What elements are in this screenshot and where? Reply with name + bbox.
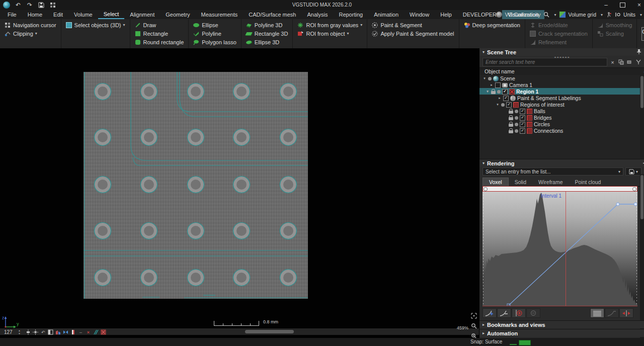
slice-viewport[interactable]: 0.8 mm z y 127 ▲▼ ↶ – × 459% <box>0 48 479 338</box>
slice-number[interactable]: 127 <box>4 329 13 335</box>
brightness-icon[interactable] <box>33 329 38 335</box>
rendering-collapse-icon[interactable]: ▾ <box>482 161 485 165</box>
tree-row-camera[interactable]: ▸ Camera 1 <box>479 81 640 88</box>
range-handle-right[interactable] <box>632 187 636 191</box>
menu-select[interactable]: Select <box>98 10 125 19</box>
ellipse-button[interactable]: Ellipse <box>193 21 236 29</box>
camera-checkbox[interactable] <box>495 82 501 88</box>
rendering-header[interactable]: ▾ Rendering <box>479 159 644 167</box>
balls-checkbox[interactable]: ✓ <box>520 109 525 114</box>
search-input[interactable] <box>482 58 607 66</box>
region-checkbox[interactable]: ✓ <box>502 89 508 95</box>
rendering-scrollbar-thumb[interactable] <box>640 175 643 219</box>
histogram-range-slider[interactable] <box>482 186 637 192</box>
refinement-button[interactable]: Refinement <box>530 38 588 46</box>
add-curve-point-button[interactable] <box>482 308 497 318</box>
histogram-split-icon[interactable] <box>55 329 61 335</box>
search-icon[interactable] <box>543 12 550 18</box>
maximize-button[interactable] <box>620 3 625 8</box>
bookmarks-expand-icon[interactable]: ▸ <box>482 322 485 327</box>
select-objects-3d-button[interactable]: Select objects (3D) ▾ <box>66 21 125 29</box>
menu-home[interactable]: Home <box>22 10 48 19</box>
clear-search-icon[interactable]: × <box>609 59 616 65</box>
tab-point-cloud[interactable]: Point cloud <box>569 178 607 186</box>
add-interval-button[interactable] <box>512 308 526 318</box>
menu-edit[interactable]: Edit <box>48 10 68 19</box>
scene-tree-collapse-icon[interactable]: ▾ <box>482 50 485 54</box>
search-caret-icon[interactable]: ▾ <box>554 13 556 17</box>
tab-wireframe[interactable]: Wireframe <box>532 178 569 186</box>
visibility-dot-icon[interactable] <box>488 77 492 80</box>
operations-button[interactable]: Operations ▾ <box>641 27 644 41</box>
units-label[interactable]: Units <box>623 12 635 18</box>
object-name-column-header[interactable]: Object name ▴ <box>479 67 644 75</box>
vg-community-label[interactable]: VG Community <box>505 12 540 18</box>
tree-row-scene[interactable]: ▾ Scene <box>479 75 640 81</box>
menu-alignment[interactable]: Alignment <box>124 10 160 19</box>
zoom-cursor-icon[interactable] <box>471 322 477 331</box>
units-icon[interactable] <box>614 12 621 18</box>
ct-slice-image[interactable] <box>84 72 308 299</box>
horizontal-scrollbar-thumb[interactable] <box>245 330 294 333</box>
walkthrough-icon[interactable] <box>605 12 612 18</box>
expander-icon[interactable]: ▾ <box>482 76 487 80</box>
menu-file[interactable]: File <box>2 10 22 19</box>
menu-volume[interactable]: Volume <box>68 10 98 19</box>
menu-measurements[interactable]: Measurements <box>196 10 244 19</box>
roi-group-checkbox[interactable]: ✓ <box>506 102 512 108</box>
expander-icon[interactable]: ▸ <box>498 96 502 100</box>
lock-icon[interactable] <box>509 115 513 120</box>
crack-segmentation-button[interactable]: Crack segmentation <box>530 30 588 37</box>
fit-view-icon[interactable] <box>471 312 477 321</box>
tree-row-circles[interactable]: ✓ Circles <box>479 121 640 127</box>
remove-interval-button[interactable] <box>526 308 540 318</box>
lock-icon[interactable] <box>509 128 513 133</box>
lock-icon[interactable] <box>509 109 513 114</box>
clip-half-icon[interactable] <box>70 329 76 335</box>
lock-icon[interactable] <box>509 122 513 127</box>
expand-all-icon[interactable] <box>618 59 624 65</box>
remove-curve-point-button[interactable] <box>497 308 511 318</box>
minimize-button[interactable]: – <box>604 0 608 10</box>
round-rectangle-button[interactable]: Round rectangle <box>135 38 184 46</box>
range-handle-left[interactable] <box>484 187 488 191</box>
panel-view-icon[interactable] <box>48 329 53 335</box>
visibility-dot-icon[interactable] <box>515 116 518 120</box>
bookmarks-and-views-header[interactable]: ▸ Bookmarks and views <box>479 320 644 328</box>
roi-from-object-button[interactable]: ROI from object ▾ <box>297 30 362 37</box>
scene-tree-scrollbar-thumb[interactable] <box>640 76 643 108</box>
menu-analysis[interactable]: Analysis <box>301 10 333 19</box>
visibility-dot-icon[interactable] <box>501 103 505 107</box>
menu-reporting[interactable]: Reporting <box>333 10 368 19</box>
units-caret-icon[interactable]: ▾ <box>640 13 642 17</box>
log-scale-button[interactable] <box>605 308 619 318</box>
paint-segment-button[interactable]: Paint & Segment <box>372 21 454 29</box>
roi-from-gray-values-button[interactable]: ROI from gray values ▾ <box>297 21 362 29</box>
flip-icon[interactable] <box>63 329 68 335</box>
rotate-view-icon[interactable]: ↶ <box>40 329 46 335</box>
scene-tree-header[interactable]: ▾ Scene Tree <box>479 48 644 56</box>
pin-icon[interactable] <box>636 49 641 55</box>
linear-scale-button[interactable] <box>590 308 604 318</box>
apply-paint-segment-model-button[interactable]: Apply Paint & Segment model <box>372 30 454 37</box>
menu-window[interactable]: Window <box>404 10 435 19</box>
expander-icon[interactable]: ▾ <box>486 90 490 94</box>
tree-row-balls[interactable]: ✓ Balls <box>479 108 640 114</box>
polyline-button[interactable]: Polyline <box>193 30 236 37</box>
draw-button[interactable]: Draw <box>135 21 184 29</box>
scaling-button[interactable]: Scaling <box>597 30 632 37</box>
tree-row-region-1[interactable]: ▾ ✓ Region 1 <box>479 88 640 95</box>
close-button[interactable]: × <box>637 0 641 10</box>
zoom-in-icon[interactable] <box>471 332 477 338</box>
circles-checkbox[interactable]: ✓ <box>520 122 525 127</box>
visibility-dot-icon[interactable] <box>515 129 518 133</box>
deep-segmentation-button[interactable]: Deep segmentation <box>464 21 520 29</box>
slice-spinner[interactable]: ▲▼ <box>18 329 21 335</box>
menu-geometry[interactable]: Geometry <box>160 10 195 19</box>
expander-icon[interactable]: ▾ <box>496 103 500 107</box>
volume-grid-caret-icon[interactable]: ▾ <box>601 13 603 17</box>
remove-roi-icon[interactable] <box>101 329 106 335</box>
histogram-plot[interactable]: Interval 1 <box>482 192 637 306</box>
slider-tool-icon[interactable] <box>25 329 31 335</box>
clipping-button[interactable]: Clipping ▾ <box>5 30 56 37</box>
